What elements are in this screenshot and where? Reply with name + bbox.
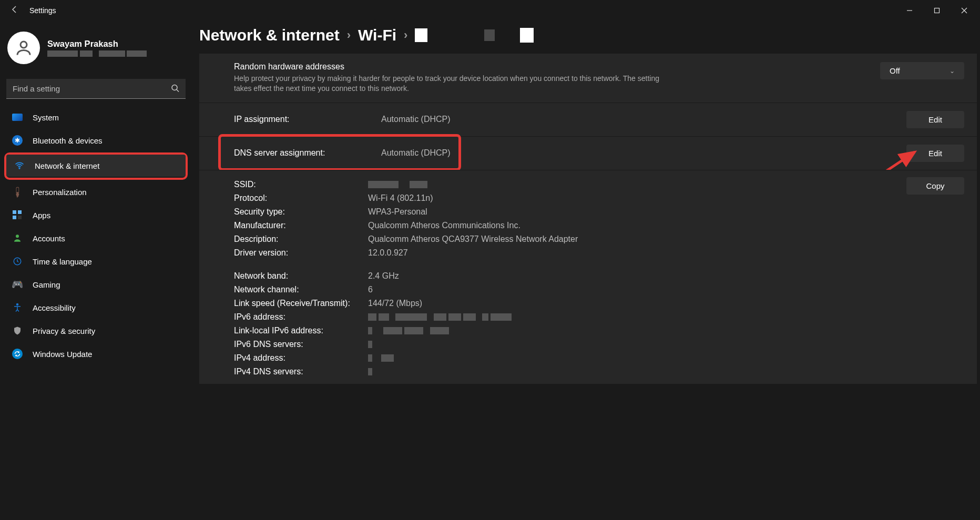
avatar bbox=[7, 32, 40, 64]
svg-point-7 bbox=[19, 168, 20, 169]
edit-dns-button[interactable]: Edit bbox=[906, 145, 964, 162]
sidebar-item-label: Time & language bbox=[33, 257, 92, 266]
random-hw-title: Random hardware addresses bbox=[234, 62, 665, 72]
sidebar-item-label: Accessibility bbox=[33, 303, 76, 312]
sidebar-item-label: Windows Update bbox=[33, 350, 92, 359]
security-label: Security type: bbox=[234, 207, 368, 217]
system-icon bbox=[12, 111, 23, 123]
edit-ip-button[interactable]: Edit bbox=[906, 111, 964, 128]
ip-label: IP assignment: bbox=[234, 115, 360, 124]
update-icon bbox=[12, 348, 23, 360]
minimize-button[interactable] bbox=[898, 2, 921, 19]
sidebar-item-personalization[interactable]: 🖌 Personalization bbox=[4, 181, 188, 203]
settings-panel: Random hardware addresses Help protect y… bbox=[199, 54, 977, 384]
breadcrumb-root[interactable]: Network & internet bbox=[199, 26, 340, 44]
main-content: Network & internet › Wi-Fi › Random hard… bbox=[192, 21, 980, 520]
ssid-label: SSID: bbox=[234, 180, 368, 189]
shield-icon bbox=[12, 325, 23, 337]
bluetooth-icon: ✱ bbox=[12, 135, 23, 146]
close-button[interactable] bbox=[953, 2, 976, 19]
protocol-value: Wi-Fi 4 (802.11n) bbox=[368, 193, 433, 203]
ipv4dns-value bbox=[368, 367, 372, 376]
clock-icon bbox=[12, 256, 23, 267]
driver-label: Driver version: bbox=[234, 248, 368, 258]
svg-point-14 bbox=[17, 304, 18, 305]
random-hw-dropdown[interactable]: Off ⌄ bbox=[880, 62, 964, 79]
random-hardware-card: Random hardware addresses Help protect y… bbox=[199, 54, 977, 103]
breadcrumb: Network & internet › Wi-Fi › bbox=[199, 26, 977, 44]
sidebar-item-label: Bluetooth & devices bbox=[33, 136, 103, 145]
svg-rect-11 bbox=[18, 216, 22, 219]
ipv6dns-label: IPv6 DNS servers: bbox=[234, 340, 368, 349]
ipv4-value bbox=[368, 353, 394, 363]
redacted-block bbox=[520, 28, 534, 43]
speed-value: 144/72 (Mbps) bbox=[368, 299, 422, 308]
nav-highlight-annotation: Network & internet bbox=[4, 152, 188, 180]
maximize-button[interactable] bbox=[925, 2, 948, 19]
dns-value: Automatic (DHCP) bbox=[381, 148, 451, 158]
sidebar-item-bluetooth[interactable]: ✱ Bluetooth & devices bbox=[4, 129, 188, 151]
description-value: Qualcomm Atheros QCA9377 Wireless Networ… bbox=[368, 234, 578, 244]
manufacturer-value: Qualcomm Atheros Communications Inc. bbox=[368, 221, 520, 230]
random-hw-desc: Help protect your privacy by making it h… bbox=[234, 74, 665, 94]
sidebar-item-label: Personalization bbox=[33, 188, 87, 197]
description-label: Description: bbox=[234, 234, 368, 244]
svg-rect-9 bbox=[18, 210, 22, 214]
search-input[interactable] bbox=[6, 79, 186, 99]
sidebar-item-system[interactable]: System bbox=[4, 106, 188, 128]
accessibility-icon bbox=[12, 302, 23, 313]
ipv6-label: IPv6 address: bbox=[234, 312, 368, 322]
channel-value: 6 bbox=[368, 285, 373, 294]
sidebar-item-apps[interactable]: Apps bbox=[4, 204, 188, 226]
sidebar-item-time[interactable]: Time & language bbox=[4, 250, 188, 272]
svg-point-4 bbox=[21, 42, 27, 48]
dns-label: DNS server assignment: bbox=[234, 148, 360, 158]
search-icon bbox=[171, 84, 179, 94]
paintbrush-icon: 🖌 bbox=[9, 183, 25, 200]
sidebar-item-label: Network & internet bbox=[35, 161, 99, 170]
titlebar: Settings bbox=[0, 0, 980, 21]
dropdown-value: Off bbox=[890, 66, 900, 75]
manufacturer-label: Manufacturer: bbox=[234, 221, 368, 230]
svg-rect-10 bbox=[13, 216, 16, 219]
ipv6dns-value bbox=[368, 340, 372, 349]
security-value: WPA3-Personal bbox=[368, 207, 427, 217]
dns-assignment-row: DNS server assignment: Automatic (DHCP) … bbox=[199, 136, 977, 170]
sidebar-item-accounts[interactable]: Accounts bbox=[4, 227, 188, 249]
channel-label: Network channel: bbox=[234, 285, 368, 294]
chevron-right-icon: › bbox=[404, 28, 407, 42]
sidebar-item-label: System bbox=[33, 113, 59, 122]
sidebar-item-accessibility[interactable]: Accessibility bbox=[4, 297, 188, 319]
breadcrumb-wifi[interactable]: Wi-Fi bbox=[358, 26, 396, 44]
svg-line-6 bbox=[177, 90, 179, 92]
ip-assignment-row: IP assignment: Automatic (DHCP) Edit bbox=[199, 103, 977, 136]
band-label: Network band: bbox=[234, 271, 368, 281]
sidebar-item-label: Apps bbox=[33, 211, 50, 220]
ssid-value bbox=[368, 180, 427, 189]
sidebar-item-update[interactable]: Windows Update bbox=[4, 343, 188, 365]
sidebar: Swayam Prakash System ✱ Bluetooth & devi… bbox=[0, 21, 192, 520]
ip-value: Automatic (DHCP) bbox=[381, 115, 451, 124]
speed-label: Link speed (Receive/Transmit): bbox=[234, 299, 368, 308]
apps-icon bbox=[12, 209, 23, 221]
ipv4dns-label: IPv4 DNS servers: bbox=[234, 367, 368, 376]
llipv6-label: Link-local IPv6 address: bbox=[234, 326, 368, 335]
sidebar-item-privacy[interactable]: Privacy & security bbox=[4, 320, 188, 342]
profile-section[interactable]: Swayam Prakash bbox=[4, 29, 188, 70]
svg-rect-1 bbox=[935, 8, 940, 13]
search-box[interactable] bbox=[6, 79, 186, 99]
gamepad-icon: 🎮 bbox=[12, 279, 23, 290]
sidebar-item-label: Privacy & security bbox=[33, 327, 95, 335]
driver-value: 12.0.0.927 bbox=[368, 248, 408, 258]
sidebar-item-label: Gaming bbox=[33, 280, 60, 289]
svg-point-5 bbox=[172, 85, 177, 90]
copy-button[interactable]: Copy bbox=[906, 177, 964, 195]
person-icon bbox=[12, 232, 23, 244]
sidebar-item-gaming[interactable]: 🎮 Gaming bbox=[4, 273, 188, 295]
network-properties: SSID: Protocol:Wi-Fi 4 (802.11n) Securit… bbox=[199, 170, 977, 384]
sidebar-item-network[interactable]: Network & internet bbox=[6, 155, 186, 177]
back-button[interactable] bbox=[8, 3, 21, 18]
protocol-label: Protocol: bbox=[234, 193, 368, 203]
wifi-icon bbox=[14, 160, 25, 171]
band-value: 2.4 GHz bbox=[368, 271, 399, 281]
